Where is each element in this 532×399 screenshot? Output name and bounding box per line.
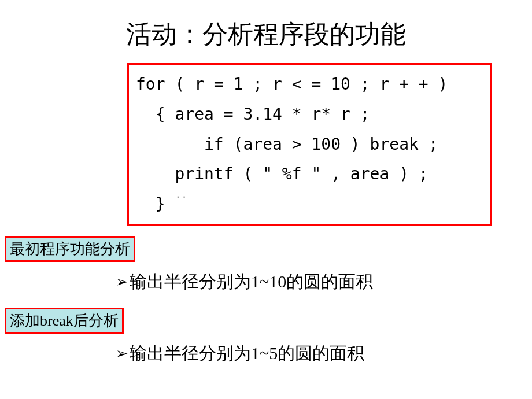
- code-line-1: for ( r = 1 ; r < = 10 ; r + + ): [136, 69, 483, 99]
- code-block: for ( r = 1 ; r < = 10 ; r + + ) { area …: [127, 63, 492, 226]
- bullet-arrow-icon: ➢: [116, 345, 128, 362]
- bullet-break-analysis: ➢输出半径分别为1~5的圆的面积: [116, 342, 532, 365]
- code-line-4: printf ( " %f " , area ) ;: [136, 159, 483, 189]
- code-line-3: if (area > 100 ) break ;: [136, 130, 483, 160]
- analysis-label-initial: 最初程序功能分析: [5, 236, 135, 262]
- bullet-text-2: 输出半径分别为1~5的圆的面积: [130, 343, 364, 363]
- bullet-text-1: 输出半径分别为1~10的圆的面积: [130, 272, 373, 291]
- bullet-arrow-icon: ➢: [116, 273, 128, 290]
- slide-title: 活动：分析程序段的功能: [0, 0, 532, 63]
- analysis-label-break: 添加break后分析: [5, 308, 124, 334]
- watermark: ..: [175, 186, 187, 204]
- bullet-initial-analysis: ➢输出半径分别为1~10的圆的面积: [116, 270, 532, 294]
- code-line-2: { area = 3.14 * r* r ;: [136, 99, 483, 130]
- code-line-5: }: [136, 189, 483, 219]
